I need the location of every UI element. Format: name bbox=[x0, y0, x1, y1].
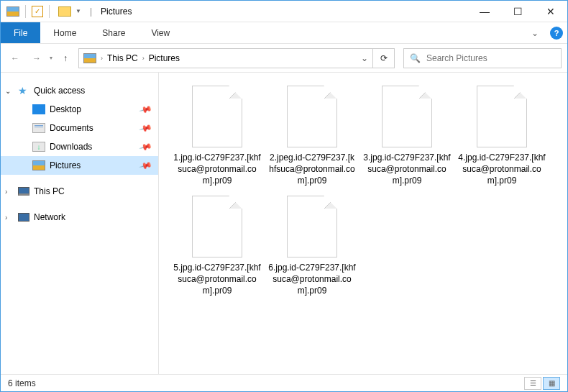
app-icon bbox=[6, 6, 19, 17]
quick-access-toolbar: ✓ ▼ | Pictures bbox=[1, 5, 132, 18]
file-item[interactable]: 3.jpg.id-C279F237.[khfsuca@protonmail.co… bbox=[363, 86, 451, 187]
chevron-down-icon[interactable]: ⌄ bbox=[5, 87, 11, 95]
qat-dropdown-icon[interactable]: ▼ bbox=[75, 8, 81, 14]
body: ⌄ ★ Quick access Desktop 📌 Documents 📌 ↓… bbox=[1, 73, 567, 375]
breadcrumb-thispc[interactable]: This PC bbox=[107, 53, 138, 63]
file-icon bbox=[287, 196, 337, 257]
documents-icon bbox=[32, 123, 45, 133]
network-icon bbox=[18, 213, 29, 222]
sidebar-item-pictures[interactable]: Pictures 📌 bbox=[1, 156, 158, 175]
forward-button[interactable]: → bbox=[28, 50, 45, 67]
item-count: 6 items bbox=[8, 378, 36, 388]
up-button[interactable]: ↑ bbox=[57, 50, 74, 67]
tree-label: Network bbox=[34, 212, 65, 222]
pin-icon: 📌 bbox=[139, 140, 153, 154]
tree-label: Quick access bbox=[34, 86, 85, 96]
file-name: 2.jpeg.id-C279F237.[khfsuca@protonmail.c… bbox=[268, 152, 356, 187]
tree-label: Downloads bbox=[50, 142, 92, 152]
pin-icon: 📌 bbox=[139, 102, 153, 117]
address-bar[interactable]: › This PC › Pictures ⌄ bbox=[78, 48, 373, 68]
chevron-right-icon[interactable]: › bbox=[101, 55, 103, 62]
back-button[interactable]: ← bbox=[6, 50, 24, 67]
breadcrumb-pictures[interactable]: Pictures bbox=[149, 53, 180, 63]
search-input[interactable] bbox=[426, 53, 555, 63]
search-icon: 🔍 bbox=[410, 53, 421, 63]
tree-label: Documents bbox=[50, 123, 93, 133]
chevron-right-icon[interactable]: › bbox=[5, 188, 7, 196]
file-name: 4.jpg.id-C279F237.[khfsuca@protonmail.co… bbox=[458, 152, 546, 187]
minimize-button[interactable]: — bbox=[468, 1, 501, 22]
tree-label: Desktop bbox=[50, 104, 81, 114]
file-name: 3.jpg.id-C279F237.[khfsuca@protonmail.co… bbox=[363, 152, 451, 187]
tree-quick-access[interactable]: ⌄ ★ Quick access bbox=[1, 81, 158, 100]
star-icon: ★ bbox=[18, 85, 29, 96]
qat-newfolder-icon[interactable] bbox=[58, 6, 71, 17]
close-button[interactable]: ✕ bbox=[534, 1, 567, 22]
pictures-icon bbox=[32, 160, 45, 170]
navbar: ← → ▾ ↑ › This PC › Pictures ⌄ ⟳ 🔍 bbox=[1, 44, 567, 73]
ribbon-expand-icon[interactable]: ⌄ bbox=[524, 22, 546, 43]
pc-icon bbox=[18, 187, 29, 196]
tree-label: Pictures bbox=[50, 160, 81, 170]
pin-icon: 📌 bbox=[139, 121, 153, 135]
tab-home[interactable]: Home bbox=[40, 22, 89, 43]
view-mode-buttons: ☰ ▦ bbox=[524, 377, 560, 390]
details-view-button[interactable]: ☰ bbox=[524, 377, 541, 390]
downloads-icon: ↓ bbox=[32, 142, 45, 152]
maximize-button[interactable]: ☐ bbox=[501, 1, 534, 22]
ribbon: File Home Share View ⌄ ? bbox=[1, 22, 567, 44]
help-button[interactable]: ? bbox=[546, 22, 567, 43]
search-box[interactable]: 🔍 bbox=[403, 48, 562, 68]
qat-properties-icon[interactable]: ✓ bbox=[32, 6, 43, 17]
window-controls: — ☐ ✕ bbox=[468, 1, 567, 22]
sidebar-item-desktop[interactable]: Desktop 📌 bbox=[1, 100, 158, 119]
sidebar-item-downloads[interactable]: ↓ Downloads 📌 bbox=[1, 137, 158, 156]
chevron-right-icon[interactable]: › bbox=[142, 55, 145, 62]
sidebar-item-documents[interactable]: Documents 📌 bbox=[1, 119, 158, 137]
file-icon bbox=[192, 196, 242, 257]
file-icon bbox=[287, 86, 337, 147]
tree-this-pc[interactable]: › This PC bbox=[1, 182, 158, 201]
tab-share[interactable]: Share bbox=[89, 22, 138, 43]
file-name: 6.jpg.id-C279F237.[khfsuca@protonmail.co… bbox=[268, 262, 356, 297]
file-item[interactable]: 2.jpeg.id-C279F237.[khfsuca@protonmail.c… bbox=[268, 86, 356, 187]
titlebar: ✓ ▼ | Pictures — ☐ ✕ bbox=[1, 1, 567, 22]
pin-icon: 📌 bbox=[139, 158, 153, 173]
file-icon bbox=[192, 86, 242, 147]
tree-network[interactable]: › Network bbox=[1, 208, 158, 227]
tab-view[interactable]: View bbox=[138, 22, 183, 43]
icons-view-button[interactable]: ▦ bbox=[543, 377, 560, 390]
separator bbox=[25, 5, 26, 18]
file-tab[interactable]: File bbox=[1, 22, 40, 43]
refresh-button[interactable]: ⟳ bbox=[373, 48, 395, 68]
file-name: 1.jpg.id-C279F237.[khfsuca@protonmail.co… bbox=[173, 152, 261, 187]
file-item[interactable]: 5.jpg.id-C279F237.[khfsuca@protonmail.co… bbox=[173, 196, 261, 297]
title-separator: | bbox=[90, 6, 92, 17]
file-name: 5.jpg.id-C279F237.[khfsuca@protonmail.co… bbox=[173, 262, 261, 297]
file-icon bbox=[477, 86, 527, 147]
help-icon: ? bbox=[550, 27, 563, 40]
location-icon bbox=[83, 53, 96, 63]
file-item[interactable]: 4.jpg.id-C279F237.[khfsuca@protonmail.co… bbox=[458, 86, 546, 187]
window-title: Pictures bbox=[101, 6, 132, 17]
file-list[interactable]: 1.jpg.id-C279F237.[khfsuca@protonmail.co… bbox=[159, 73, 567, 375]
status-bar: 6 items ☰ ▦ bbox=[1, 374, 567, 391]
address-dropdown-icon[interactable]: ⌄ bbox=[361, 53, 368, 63]
file-item[interactable]: 1.jpg.id-C279F237.[khfsuca@protonmail.co… bbox=[173, 86, 261, 187]
navigation-pane: ⌄ ★ Quick access Desktop 📌 Documents 📌 ↓… bbox=[1, 73, 159, 375]
file-icon bbox=[382, 86, 432, 147]
chevron-right-icon[interactable]: › bbox=[5, 214, 7, 222]
history-dropdown-icon[interactable]: ▾ bbox=[50, 55, 52, 61]
file-item[interactable]: 6.jpg.id-C279F237.[khfsuca@protonmail.co… bbox=[268, 196, 356, 297]
tree-label: This PC bbox=[34, 186, 65, 196]
separator bbox=[49, 5, 50, 18]
desktop-icon bbox=[32, 104, 45, 114]
